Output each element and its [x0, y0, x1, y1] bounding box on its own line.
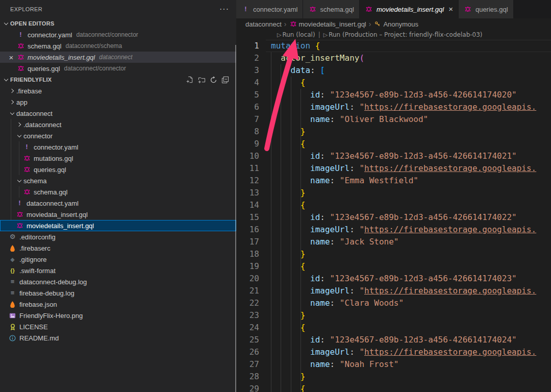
tree-item-moviedetails-insert-gql[interactable]: moviedetails_insert.gql [0, 220, 236, 231]
code-line-text[interactable]: imageUrl: "https://firebasestorage.googl… [267, 162, 536, 175]
code-line-text[interactable]: name: "Noah Frost" [267, 358, 398, 371]
code-line-text[interactable]: id: "123e4567-e89b-12d3-a456-42661417402… [267, 211, 517, 224]
code-line-text[interactable]: { [267, 383, 305, 392]
tree-item-app[interactable]: app [0, 96, 236, 108]
line-number: 3 [236, 64, 267, 77]
collapse-all-icon[interactable] [221, 76, 229, 84]
code-line-text[interactable]: } [267, 371, 305, 383]
tree-item-license[interactable]: LICENSE [0, 321, 236, 332]
code-line: 17 name: "Jack Stone" [236, 236, 551, 248]
code-line: 23 } [236, 309, 551, 322]
code-line: 2 actor_insertMany( [236, 52, 551, 64]
tree-item-dataconnect-yaml[interactable]: !dataconnect.yaml [0, 198, 236, 209]
new-file-icon[interactable] [186, 76, 194, 84]
code-line-text[interactable]: { [267, 199, 305, 211]
tree-item-connector-yaml[interactable]: !connector.yaml [0, 141, 236, 153]
tab-queries-gql[interactable]: queries.gql [459, 0, 513, 18]
breadcrumb-item[interactable]: moviedetails_insert.gql [289, 20, 366, 28]
tree-item--dataconnect[interactable]: .dataconnect [0, 119, 236, 130]
sidebar-resize-sash[interactable] [235, 45, 236, 392]
tree-item-schema-gql[interactable]: schema.gql [0, 186, 236, 198]
more-actions-icon[interactable]: ··· [219, 7, 229, 12]
open-editor-item[interactable]: !connector.yamldataconnect/connector [0, 29, 236, 40]
code-line-text[interactable]: name: "Emma Westfield" [267, 175, 418, 187]
graphql-icon [365, 5, 373, 13]
code-line-text[interactable]: mutation { [267, 40, 320, 52]
tree-item--gitignore[interactable]: ◆.gitignore [0, 254, 236, 265]
code-line: 9 { [236, 138, 551, 150]
tree-item-friendlyflix-hero-png[interactable]: FriendlyFlix-Hero.png [0, 310, 236, 321]
close-icon[interactable]: × [7, 53, 15, 62]
tab-connector-yaml[interactable]: !connector.yaml [236, 0, 303, 18]
open-editor-item[interactable]: queries.gqldataconnect/connector [0, 63, 236, 74]
tab-schema-gql[interactable]: schema.gql [303, 0, 359, 18]
line-number: 9 [236, 138, 267, 150]
code-line-text[interactable]: imageUrl: "https://firebasestorage.googl… [267, 346, 536, 358]
folder-name: .dataconnect [23, 121, 61, 129]
file-tree: .firebaseappdataconnect.dataconnectconne… [0, 85, 236, 344]
line-number: 1 [236, 40, 267, 52]
code-line-text[interactable]: id: "123e4567-e89b-12d3-a456-42661417402… [267, 273, 517, 285]
breadcrumb-item[interactable]: dataconnect [245, 20, 282, 28]
line-number: 2 [236, 52, 267, 64]
code-editor[interactable]: ▷Run (local)|▷Run (Production – Project:… [236, 30, 551, 392]
tree-item--firebase[interactable]: .firebase [0, 85, 236, 96]
tree-item-schema[interactable]: schema [0, 175, 236, 186]
code-line: 28 } [236, 371, 551, 383]
tree-item-firebase-debug-log[interactable]: ≡firebase-debug.log [0, 287, 236, 299]
tree-item-moviedata-insert-gql[interactable]: moviedata_insert.gql [0, 209, 236, 220]
code-line-text[interactable]: { [267, 138, 305, 150]
tree-item-dataconnect[interactable]: dataconnect [0, 108, 236, 119]
line-number: 17 [236, 236, 267, 248]
file-path-description: dataconnect/connector [76, 31, 138, 38]
breadcrumb-item[interactable]: Anonymous [373, 20, 418, 28]
chevron-right-icon [15, 120, 23, 129]
code-line-text[interactable]: imageUrl: "https://firebasestorage.googl… [267, 285, 536, 297]
code-line-text[interactable]: } [267, 248, 305, 260]
new-folder-icon[interactable] [197, 76, 206, 84]
tree-item--firebaserc[interactable]: .firebaserc [0, 242, 236, 254]
tree-item--swift-format[interactable]: {}.swift-format [0, 265, 236, 276]
code-line-text[interactable]: { [267, 322, 305, 334]
open-editors-section-header[interactable]: OPEN EDITORS [0, 18, 236, 29]
code-line-text[interactable]: name: "Oliver Blackwood" [267, 113, 428, 126]
open-editor-item[interactable]: schema.gqldataconnect/schema [0, 40, 236, 52]
line-number: 25 [236, 334, 267, 346]
code-line: 3 data: [ [236, 64, 551, 77]
folder-name: .firebase [16, 87, 42, 95]
code-line-text[interactable]: } [267, 187, 305, 199]
close-icon[interactable]: × [448, 6, 453, 13]
code-line-text[interactable]: id: "123e4567-e89b-12d3-a456-42661417402… [267, 89, 517, 101]
code-line-text[interactable]: name: "Clara Woods" [267, 297, 404, 309]
code-line: 6 imageUrl: "https://firebasestorage.goo… [236, 101, 551, 113]
tree-item-readme-md[interactable]: README.md [0, 332, 236, 344]
line-number: 19 [236, 260, 267, 273]
tree-item--editorconfig[interactable]: ⚙.editorconfig [0, 231, 236, 242]
tree-item-queries-gql[interactable]: queries.gql [0, 164, 236, 175]
run-local-link[interactable]: ▷Run (local) [277, 31, 315, 38]
file-name: queries.gql [34, 166, 66, 174]
tab-moviedetails-insert-gql[interactable]: moviedetails_insert.gql× [360, 0, 458, 18]
code-line-text[interactable]: actor_insertMany( [267, 52, 364, 64]
code-line-text[interactable]: data: [ [267, 64, 325, 77]
tree-item-dataconnect-debug-log[interactable]: ≡dataconnect-debug.log [0, 276, 236, 287]
code-line-text[interactable]: } [267, 309, 305, 322]
open-editor-item[interactable]: ×moviedetails_insert.gqldataconnect [0, 52, 236, 63]
code-line-text[interactable]: id: "123e4567-e89b-12d3-a456-42661417402… [267, 150, 517, 162]
code-line-text[interactable]: id: "123e4567-e89b-12d3-a456-42661417402… [267, 334, 517, 346]
code-line-text[interactable]: } [267, 126, 305, 138]
code-line-text[interactable]: { [267, 77, 305, 89]
tree-item-connector[interactable]: connector [0, 130, 236, 141]
tree-item-firebase-json[interactable]: firebase.json [0, 299, 236, 310]
run-production-link[interactable]: ▷Run (Production – Project: friendly-fli… [323, 31, 483, 38]
code-line-text[interactable]: imageUrl: "https://firebasestorage.googl… [267, 224, 536, 236]
code-line-text[interactable]: imageUrl: "https://firebasestorage.googl… [267, 101, 536, 113]
refresh-icon[interactable] [209, 76, 217, 84]
code-line-text[interactable]: { [267, 260, 305, 273]
code-line-text[interactable]: name: "Jack Stone" [267, 236, 398, 248]
tree-item-mutations-gql[interactable]: mutations.gql [0, 153, 236, 164]
breadcrumb: dataconnect›moviedetails_insert.gql›Anon… [236, 18, 551, 30]
code-line: 11 imageUrl: "https://firebasestorage.go… [236, 162, 551, 175]
graphql-icon [22, 188, 31, 196]
project-section-header[interactable]: FRIENDLYFLIX [0, 74, 236, 85]
